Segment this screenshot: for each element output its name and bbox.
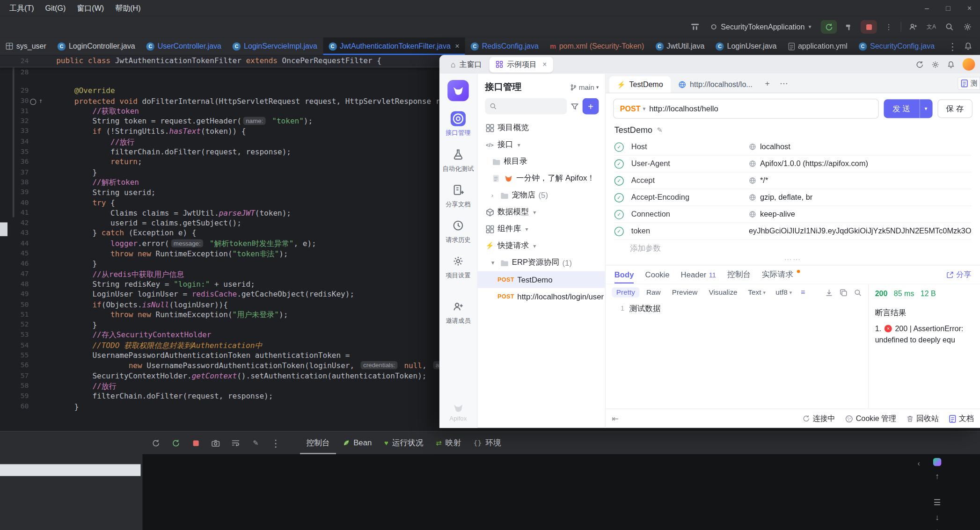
user-avatar[interactable] [963, 58, 975, 71]
check-circle-icon[interactable]: ✓ [614, 142, 624, 152]
expander-icon[interactable]: › [491, 192, 497, 199]
editor-tab[interactable]: CLoginUser.java [710, 37, 782, 55]
send-button[interactable]: 发 送 ▾ [884, 99, 932, 118]
breakpoint-ring-icon[interactable] [30, 98, 36, 104]
footer-文档[interactable]: 文档 [949, 413, 973, 424]
tree-item[interactable]: ›宠物店(5) [477, 187, 605, 203]
line-number[interactable]: 47 [0, 269, 29, 279]
rerun-button[interactable] [821, 20, 837, 34]
line-number[interactable]: 56 [0, 361, 29, 371]
settings-gear-icon[interactable] [961, 21, 974, 33]
expander-icon[interactable]: ▾ [491, 259, 497, 266]
more-actions-icon[interactable]: ⋮ [883, 21, 895, 33]
gutter[interactable] [29, 401, 56, 412]
soft-wrap-console-icon[interactable]: ☰ [934, 498, 941, 507]
line-number[interactable]: 50 [0, 299, 29, 310]
header-row[interactable]: ✓User-AgentApifox/1.0.0 (https://apifox.… [614, 156, 972, 173]
refresh-icon[interactable] [916, 60, 924, 68]
window-tab[interactable]: 示例项目× [490, 57, 553, 72]
line-number[interactable]: 59 [0, 391, 29, 401]
gutter[interactable] [29, 55, 56, 67]
tree-item[interactable]: 根目录 [477, 153, 605, 170]
menu-window[interactable]: 窗口(W) [71, 1, 110, 15]
gutter[interactable] [29, 198, 56, 208]
tool-tab-控制台[interactable]: 控制台 [300, 432, 336, 454]
check-circle-icon[interactable]: ✓ [614, 193, 624, 202]
line-number[interactable]: 32 [0, 116, 29, 127]
menu-help[interactable]: 帮助(H) [110, 1, 146, 15]
nav-item-请求历史[interactable]: 请求历史 [439, 218, 477, 244]
edit-configuration-icon[interactable]: ✎ [250, 437, 261, 449]
gutter[interactable] [29, 269, 56, 279]
copy-icon[interactable] [840, 288, 848, 296]
gutter[interactable] [29, 279, 56, 290]
response-tab-Cookie[interactable]: Cookie [645, 266, 670, 284]
editor-tab[interactable]: mpom.xml (Security-Token) [544, 37, 650, 55]
header-value[interactable]: keep-alive [749, 210, 971, 219]
send-options-caret[interactable]: ▾ [919, 99, 932, 118]
stop-button[interactable] [861, 20, 877, 34]
stop-process-icon[interactable] [190, 437, 201, 449]
tool-tab-运行状况[interactable]: ♥运行状况 [378, 432, 430, 454]
editor-tab[interactable]: application.yml [783, 37, 853, 55]
editor-tab[interactable]: CRedisConfig.java [465, 37, 544, 55]
line-number[interactable]: 24 [0, 55, 29, 67]
menu-git[interactable]: Git(G) [40, 2, 72, 15]
line-number[interactable]: 35 [0, 147, 29, 157]
editor-tab[interactable]: CSecurityConfig.java [853, 37, 940, 55]
gutter[interactable] [29, 167, 56, 177]
gutter[interactable] [29, 361, 56, 371]
line-number[interactable]: 38 [0, 177, 29, 188]
view-mode-Raw[interactable]: Raw [642, 287, 665, 297]
view-mode-Visualize[interactable]: Visualize [704, 287, 742, 297]
line-number[interactable]: 39 [0, 188, 29, 198]
header-row[interactable]: ✓Connectionkeep-alive [614, 206, 972, 223]
gutter[interactable] [29, 340, 56, 350]
apifox-logo[interactable] [447, 80, 468, 101]
close-tab-icon[interactable]: × [455, 42, 459, 51]
add-parameter-row[interactable]: 添加参数 [614, 240, 972, 256]
tree-item[interactable]: ⚡快捷请求▾ [477, 237, 605, 254]
header-row[interactable]: ✓tokeneyJhbGciOiJIUzI1NiJ9.eyJqdGkiOiJjY… [614, 223, 972, 240]
search-everywhere-icon[interactable] [943, 21, 956, 33]
request-tab[interactable]: ⚡TestDemo [609, 76, 671, 93]
minimize-button[interactable]: – [916, 4, 937, 13]
assertion-item[interactable]: 1. × 200 | AssertionError: [875, 324, 974, 333]
response-tab-控制台[interactable]: 控制台 [727, 266, 751, 284]
check-circle-icon[interactable]: ✓ [614, 176, 624, 185]
env-corner-tag[interactable]: 测 [958, 77, 980, 90]
line-number[interactable]: 57 [0, 371, 29, 381]
more-options-icon[interactable]: ⋮ [270, 437, 281, 449]
nav-item-接口管理[interactable]: 接口管理 [439, 111, 477, 138]
gutter[interactable] [29, 188, 56, 198]
editor-tab[interactable]: sys_user [0, 37, 52, 55]
line-number[interactable]: 46 [0, 259, 29, 269]
gutter[interactable] [29, 320, 56, 330]
line-number[interactable]: 60 [0, 401, 29, 412]
close-tab-icon[interactable]: × [542, 60, 547, 69]
line-number[interactable]: 33 [0, 126, 29, 137]
rerun-icon[interactable] [150, 437, 161, 449]
line-number[interactable]: 45 [0, 249, 29, 259]
download-icon[interactable] [825, 288, 833, 296]
view-mode-Preview[interactable]: Preview [667, 287, 702, 297]
gutter[interactable] [29, 310, 56, 320]
editor-tab[interactable]: CJwtUtil.java [650, 37, 710, 55]
tree-item[interactable]: 一分钟，了解 Apifox！ [477, 170, 605, 187]
header-value[interactable]: localhost [749, 142, 971, 151]
url-bar[interactable]: POST ▾ http://localhost/hello [613, 99, 879, 119]
nav-item-分享文档[interactable]: 分享文档 [439, 182, 477, 209]
gutter[interactable] [29, 228, 56, 239]
soft-wrap-icon[interactable] [230, 437, 241, 449]
scroll-up-icon[interactable]: ↑ [935, 472, 939, 481]
gutter[interactable] [29, 177, 56, 188]
line-number[interactable]: 53 [0, 330, 29, 341]
tree-item[interactable]: 数据模型▾ [477, 203, 605, 220]
line-number[interactable]: 28 [0, 67, 29, 78]
tool-tab-环境[interactable]: {}环境 [467, 432, 507, 454]
check-circle-icon[interactable]: ✓ [614, 226, 624, 236]
select-utf8[interactable]: utf8▾ [772, 287, 796, 297]
collapse-sidebar-icon[interactable]: ⇤ [612, 414, 619, 423]
method-select[interactable]: POST ▾ [614, 104, 649, 113]
response-tab-实际请求[interactable]: 实际请求 [762, 266, 800, 284]
